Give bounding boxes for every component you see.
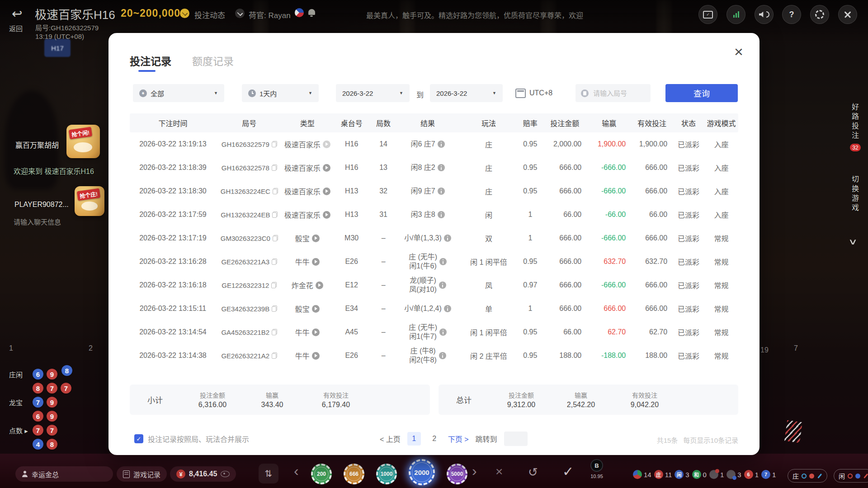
ask-road-pill[interactable]: 闲 (834, 469, 868, 483)
bet-dynamics-caret-icon[interactable] (235, 9, 245, 18)
chip-scroll-right-icon[interactable]: › (472, 463, 477, 479)
chat-input[interactable] (13, 218, 100, 226)
date-to-select[interactable]: 2026-3-22 ▼ (430, 84, 503, 102)
eye-icon[interactable] (221, 471, 230, 477)
info-icon[interactable] (438, 211, 445, 218)
cell-winloss: 632.70 (587, 258, 631, 266)
caret-down-icon: ▼ (399, 91, 403, 95)
notification-bell-icon[interactable] (308, 9, 315, 15)
copy-icon[interactable] (273, 188, 278, 194)
caret-down-icon: ▼ (492, 91, 496, 95)
copy-icon[interactable] (273, 235, 278, 241)
copy-icon[interactable] (271, 282, 277, 288)
replay-icon[interactable] (323, 141, 330, 148)
info-icon[interactable] (444, 235, 451, 242)
active-tab-underline (138, 70, 156, 72)
ask-road-pill[interactable]: 庄 (788, 469, 827, 483)
winloss-value: 1,900.00 (598, 140, 626, 148)
chat-input-wrap (13, 218, 100, 226)
game-type-select[interactable]: ♠ 全部 ▼ (133, 84, 224, 102)
bet-dynamics-label[interactable]: 投注动态 (194, 9, 225, 20)
cell-bet-amount: 666.00 (542, 258, 587, 266)
game-records-button[interactable]: 游戏记录 (117, 466, 167, 482)
table-sign: H17 (44, 39, 71, 57)
bet-limit-label[interactable]: 20~200,000 (121, 7, 180, 19)
fullscreen-button[interactable] (838, 5, 857, 24)
replay-icon[interactable] (312, 235, 320, 242)
copy-icon[interactable] (272, 211, 278, 218)
date-from-select[interactable]: 2026-3-22 ▼ (336, 84, 410, 102)
tab-bet-records[interactable]: 投注记录 (130, 53, 171, 68)
copy-icon[interactable] (272, 329, 277, 335)
replay-icon[interactable] (312, 305, 320, 313)
game-type-text: 骰宝 (295, 233, 310, 244)
roadmap-label: 庄闲 (9, 370, 33, 379)
table-row: 2026-03-22 13:17:19 GM30263223C0 骰宝 M30 … (130, 226, 738, 250)
replay-icon[interactable] (323, 164, 330, 172)
bet-chip[interactable]: 1000 (376, 464, 397, 484)
cell-odds: 0.95 (518, 187, 542, 195)
bet-limit-caret-icon[interactable] (180, 9, 189, 18)
tab-quota-records[interactable]: 额度记录 (192, 53, 234, 68)
query-button[interactable]: 查询 (665, 84, 738, 102)
close-icon[interactable]: × (734, 44, 743, 59)
copy-icon[interactable] (272, 258, 277, 265)
replay-icon[interactable] (323, 211, 330, 219)
cell-odds: 0.95 (518, 164, 542, 172)
replay-icon[interactable] (312, 258, 320, 266)
video-settings-button[interactable]: ✓ (698, 5, 717, 24)
bet-chip[interactable]: 666 (344, 464, 364, 484)
replay-icon[interactable] (312, 352, 320, 360)
collapse-chevron-icon[interactable]: ∨ (848, 237, 858, 247)
total-box: 总计 投注金额 9,312.00 输赢 2,542.20 有效投注 9,042.… (439, 385, 738, 415)
next-page-button[interactable]: 下页 > (448, 433, 469, 444)
back-button[interactable]: ↩ (12, 6, 22, 21)
time-range-select[interactable]: 1天内 ▼ (242, 84, 319, 102)
cell-game-mode: 常规 (704, 350, 738, 361)
subtotal-valid-group: 有效投注 6,179.40 (300, 390, 372, 409)
replay-icon[interactable] (316, 282, 323, 289)
jump-page-input[interactable] (504, 432, 528, 446)
undo-bet-button[interactable]: ↺ (528, 465, 538, 479)
info-icon[interactable] (438, 141, 445, 148)
info-icon[interactable] (439, 282, 446, 289)
info-icon[interactable] (438, 164, 445, 171)
copy-icon[interactable] (272, 164, 277, 171)
info-icon[interactable] (439, 258, 447, 265)
info-icon[interactable] (444, 305, 451, 312)
chat-username: PLAYER90872... (14, 201, 69, 209)
cell-play: 双 (459, 233, 518, 244)
switch-game-tab[interactable]: 切换游戏 (849, 175, 860, 213)
bet-chip[interactable]: 200 (311, 464, 332, 484)
page-1-button[interactable]: 1 (407, 432, 421, 446)
prev-page-button[interactable]: < 上页 (380, 433, 401, 444)
settings-button[interactable] (810, 5, 829, 24)
speaker-button[interactable] (755, 5, 774, 24)
info-icon[interactable] (439, 352, 446, 359)
calendar-icon (515, 89, 526, 98)
bet-chip[interactable]: 5000 (447, 464, 467, 484)
chip-swap-button[interactable]: ⇅ (259, 464, 278, 483)
copy-icon[interactable] (272, 141, 277, 147)
good-road-bet-tab[interactable]: 好路投注 (849, 103, 860, 141)
info-icon[interactable] (438, 188, 445, 195)
road-stat-icon (709, 470, 718, 479)
confirm-bet-button[interactable]: ✓ (562, 464, 574, 479)
roadmap-label[interactable]: 点数 ▸ (9, 426, 33, 435)
sticker-text: 抢个闲! (69, 127, 92, 140)
copy-icon[interactable] (272, 305, 277, 312)
bet-chip[interactable]: 2000 (409, 459, 435, 485)
round-search-input[interactable] (592, 89, 644, 98)
back-label[interactable]: 返回 (9, 23, 23, 33)
page-2-button[interactable]: 2 (428, 432, 441, 446)
result-text: 闲9 庄7 (410, 187, 435, 196)
replay-icon[interactable] (312, 328, 320, 336)
network-status-button[interactable] (726, 5, 745, 24)
chip-scroll-left-icon[interactable]: ‹ (294, 463, 299, 479)
replay-icon[interactable] (323, 188, 330, 195)
copy-icon[interactable] (272, 352, 277, 359)
merge-checkbox[interactable]: ✓ (134, 434, 143, 443)
help-button[interactable]: ? (782, 5, 801, 24)
info-icon[interactable] (439, 328, 447, 336)
cancel-bet-button[interactable]: × (495, 465, 503, 479)
